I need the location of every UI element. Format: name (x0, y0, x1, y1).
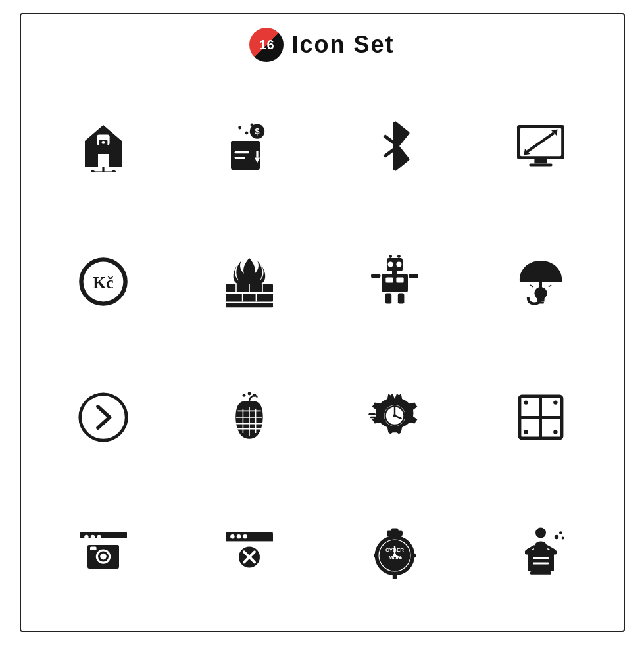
icon-cell-window (471, 353, 610, 482)
svg-point-113 (535, 528, 546, 538)
svg-line-116 (547, 546, 554, 550)
gear-timer-icon (368, 391, 421, 444)
svg-rect-51 (537, 301, 544, 303)
count-badge: 16 (249, 28, 284, 62)
monitor-resize-icon (514, 120, 567, 172)
svg-point-84 (91, 535, 95, 539)
icon-cell-robot (326, 217, 465, 346)
svg-rect-13 (234, 151, 249, 153)
svg-point-6 (112, 170, 116, 172)
svg-point-78 (524, 430, 528, 434)
svg-text:Kč: Kč (93, 273, 114, 292)
svg-point-10 (245, 132, 248, 135)
bluetooth-icon (368, 120, 421, 172)
svg-rect-30 (226, 294, 273, 301)
svg-line-115 (528, 546, 534, 550)
svg-rect-44 (371, 274, 380, 278)
speaker-podium-icon (514, 527, 567, 579)
svg-rect-46 (386, 278, 393, 283)
svg-point-117 (555, 535, 558, 539)
umbrella-bulb-icon (514, 255, 567, 308)
svg-rect-14 (234, 157, 245, 159)
main-container: 16 Icon Set $ (20, 13, 625, 632)
icon-cell-browser-close (180, 488, 319, 617)
finance-book-icon: $ (223, 120, 276, 172)
svg-point-12 (250, 124, 253, 127)
svg-rect-42 (385, 294, 392, 304)
icon-cell-speaker-podium (471, 488, 610, 617)
svg-rect-90 (90, 546, 97, 550)
svg-point-93 (230, 534, 234, 538)
icon-cell-umbrella-bulb (471, 217, 610, 346)
svg-rect-7 (231, 141, 260, 170)
svg-point-55 (80, 394, 126, 440)
icon-cell-cyber-monday: CYBER MON (326, 488, 465, 617)
svg-point-48 (389, 255, 392, 258)
window-icon (514, 391, 567, 444)
czech-koruna-icon: Kč (77, 255, 130, 308)
icon-cell-firewall (180, 217, 319, 346)
icon-cell-circle-arrow (34, 353, 174, 482)
firewall-icon (223, 255, 276, 308)
svg-rect-31 (226, 303, 273, 307)
apple-grid-icon (223, 391, 276, 444)
svg-rect-45 (409, 274, 418, 278)
icon-cell-apple-grid (180, 353, 319, 482)
icon-grid: $ (34, 82, 610, 617)
svg-point-70 (393, 414, 397, 417)
icon-cell-monitor (471, 82, 610, 211)
svg-point-85 (97, 535, 101, 539)
svg-line-53 (530, 285, 533, 287)
svg-point-95 (243, 534, 247, 538)
badge-number: 16 (259, 38, 274, 53)
icon-cell-camera-app (34, 488, 174, 617)
svg-point-83 (84, 535, 88, 539)
svg-rect-47 (397, 278, 404, 283)
svg-point-79 (553, 430, 557, 434)
svg-rect-16 (256, 151, 258, 158)
svg-rect-101 (393, 574, 397, 579)
browser-close-icon (223, 527, 276, 579)
svg-point-76 (524, 400, 528, 404)
icon-cell-gear-timer (326, 353, 465, 482)
svg-point-39 (388, 262, 393, 267)
svg-point-63 (242, 394, 245, 397)
svg-point-5 (91, 170, 95, 172)
svg-point-118 (559, 531, 562, 534)
circle-arrow-right-icon (77, 391, 130, 444)
svg-point-40 (397, 262, 402, 267)
svg-text:$: $ (255, 126, 259, 136)
svg-point-65 (253, 394, 256, 397)
svg-rect-105 (391, 528, 399, 532)
icon-cell-bluetooth (326, 82, 465, 211)
robot-icon (368, 255, 421, 308)
camera-app-icon (77, 527, 130, 579)
svg-rect-41 (392, 271, 397, 274)
header: 16 Icon Set (249, 28, 394, 62)
svg-rect-20 (534, 159, 547, 163)
svg-rect-38 (382, 274, 408, 292)
svg-rect-114 (525, 550, 557, 554)
icon-cell-finance-book: $ (180, 82, 319, 211)
svg-point-2 (102, 141, 105, 144)
svg-rect-120 (533, 557, 549, 559)
icon-cell-czech-koruna: Kč (34, 217, 174, 346)
svg-rect-122 (530, 571, 551, 575)
svg-point-112 (393, 554, 397, 557)
svg-rect-43 (398, 294, 405, 304)
page-title: Icon Set (291, 31, 394, 59)
svg-point-49 (397, 255, 401, 258)
svg-point-89 (100, 554, 107, 560)
svg-point-119 (561, 537, 564, 540)
svg-point-77 (553, 400, 557, 404)
icon-cell-home-lock (34, 82, 174, 211)
svg-point-64 (247, 392, 251, 396)
svg-rect-21 (529, 163, 552, 166)
cyber-monday-icon: CYBER MON (368, 527, 421, 579)
svg-point-94 (237, 534, 241, 538)
svg-point-11 (238, 126, 241, 130)
svg-line-54 (549, 285, 551, 287)
home-lock-icon (77, 120, 130, 172)
svg-rect-121 (533, 562, 549, 564)
